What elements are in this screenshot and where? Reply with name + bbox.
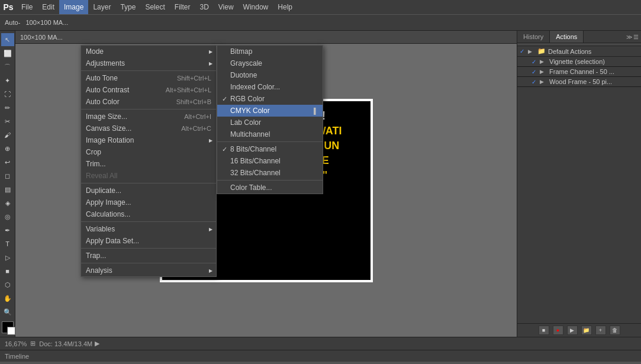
action-check-1: ✓: [532, 59, 540, 65]
menu-auto-contrast[interactable]: Auto Contrast Alt+Shift+Ctrl+L: [81, 84, 216, 96]
separator-4: [81, 221, 216, 222]
group-name: Default Actions: [548, 48, 591, 55]
canvas-area: 100×100 MA... HUHKAN SEGERA !!! KARYAWAN…: [15, 31, 517, 337]
mode-duotone[interactable]: Duotone: [217, 69, 323, 81]
menu-crop[interactable]: Crop: [81, 146, 216, 158]
background-color[interactable]: [7, 327, 15, 335]
mode-indexed-color[interactable]: Indexed Color...: [217, 81, 323, 93]
separator-2: [81, 109, 216, 109]
action-item-wood-frame[interactable]: ✓ ▶ Wood Frame - 50 pi...: [517, 77, 641, 87]
tool-eyedropper[interactable]: ✏: [1, 101, 14, 114]
delete-button[interactable]: 🗑: [610, 326, 620, 335]
mode-separator-2: [217, 180, 323, 181]
status-bar: 16,67% ⊞ Doc: 13.4M/13.4M ▶: [0, 337, 641, 350]
cursor-indicator: ▌: [314, 108, 318, 114]
menu-3d[interactable]: 3D: [195, 0, 213, 14]
tool-brush[interactable]: 🖌: [1, 128, 14, 141]
menu-adjustments[interactable]: Adjustments: [81, 57, 216, 69]
menu-window[interactable]: Window: [239, 0, 273, 14]
panel-action-buttons: ■ ● ▶ 📁 + 🗑: [517, 323, 641, 337]
mode-8bit[interactable]: ✓8 Bits/Channel: [217, 143, 323, 155]
menu-canvas-size[interactable]: Canvas Size... Alt+Ctrl+C: [81, 123, 216, 134]
menu-analysis[interactable]: Analysis: [81, 265, 216, 276]
menu-select[interactable]: Select: [140, 0, 169, 14]
panel-expand-icon[interactable]: ≫: [626, 34, 632, 40]
menu-calculations[interactable]: Calculations...: [81, 208, 216, 220]
action-item-frame-channel[interactable]: ✓ ▶ Frame Channel - 50 ...: [517, 67, 641, 77]
tool-zoom[interactable]: 🔍: [1, 305, 14, 318]
tool-clone[interactable]: ⊕: [1, 142, 14, 155]
action-item-vignette[interactable]: ✓ ▶ Vignette (selection): [517, 57, 641, 67]
menu-variables[interactable]: Variables: [81, 223, 216, 235]
menu-trap[interactable]: Trap...: [81, 250, 216, 262]
tool-marquee[interactable]: ⬜: [1, 47, 14, 60]
tool-move[interactable]: ↖: [1, 33, 14, 46]
auto-contrast-shortcut: Alt+Shift+Ctrl+L: [154, 86, 211, 94]
tool-type[interactable]: T: [1, 237, 14, 250]
menu-auto-tone[interactable]: Auto Tone Shift+Ctrl+L: [81, 72, 216, 84]
tab-history[interactable]: History: [517, 31, 550, 43]
right-panel: History Actions ≫ ☰ ✓ ▶ 📁 Default Action…: [517, 31, 641, 337]
tool-blur[interactable]: ◈: [1, 197, 14, 210]
tool-pen[interactable]: ✒: [1, 224, 14, 237]
menu-apply-data-set[interactable]: Apply Data Set...: [81, 235, 216, 247]
menu-trim[interactable]: Trim...: [81, 158, 216, 170]
menu-layer[interactable]: Layer: [88, 0, 115, 14]
tool-crop[interactable]: ⛶: [1, 88, 14, 101]
menu-edit[interactable]: Edit: [37, 0, 59, 14]
tool-patch[interactable]: ✂: [1, 115, 14, 128]
menu-apply-image[interactable]: Apply Image...: [81, 197, 216, 208]
panel-menu-icon[interactable]: ☰: [633, 34, 639, 40]
tool-path[interactable]: ▷: [1, 251, 14, 264]
tool-magic-wand[interactable]: ✦: [1, 74, 14, 87]
menu-type[interactable]: Type: [115, 0, 140, 14]
mode-32bit[interactable]: 32 Bits/Channel: [217, 167, 323, 179]
menu-help[interactable]: Help: [273, 0, 297, 14]
foreground-color[interactable]: [2, 321, 14, 333]
menu-image[interactable]: Image: [59, 0, 88, 14]
menu-image-size[interactable]: Image Size... Alt+Ctrl+I: [81, 111, 216, 123]
canvas-tab[interactable]: 100×100 MA...: [15, 31, 517, 44]
action-expand-3[interactable]: ▶: [540, 79, 547, 85]
mode-multichannel[interactable]: Multichannel: [217, 128, 323, 140]
menu-duplicate[interactable]: Duplicate...: [81, 185, 216, 197]
menu-view[interactable]: View: [214, 0, 239, 14]
menu-filter[interactable]: Filter: [170, 0, 195, 14]
action-expand-1[interactable]: ▶: [540, 59, 547, 65]
menu-auto-color[interactable]: Auto Color Shift+Ctrl+B: [81, 96, 216, 108]
mode-bitmap[interactable]: Bitmap: [217, 46, 323, 57]
new-set-button[interactable]: 📁: [581, 326, 592, 335]
action-expand-2[interactable]: ▶: [540, 69, 547, 75]
stop-button[interactable]: ■: [539, 326, 549, 335]
mode-rgb-color[interactable]: ✓RGB Color: [217, 93, 323, 105]
mode-cmyk-color[interactable]: CMYK Color ▌: [217, 105, 323, 117]
separator-5: [81, 248, 216, 249]
play-button[interactable]: ▶: [567, 326, 578, 335]
tool-shape[interactable]: ■: [1, 265, 14, 278]
app-icon: Ps: [0, 0, 17, 14]
tool-gradient[interactable]: ▤: [1, 183, 14, 196]
mode-lab-color[interactable]: Lab Color: [217, 117, 323, 128]
record-button[interactable]: ●: [553, 326, 563, 335]
mode-grayscale[interactable]: Grayscale: [217, 57, 323, 69]
menu-mode[interactable]: Mode: [81, 46, 216, 57]
mode-16bit[interactable]: 16 Bits/Channel: [217, 155, 323, 167]
tool-3d[interactable]: ⬡: [1, 278, 14, 291]
tab-actions[interactable]: Actions: [550, 31, 584, 43]
menu-file[interactable]: File: [17, 0, 37, 14]
timeline-bar: Timeline: [0, 350, 641, 362]
menu-image-rotation[interactable]: Image Rotation: [81, 134, 216, 146]
doc-info: Doc: 13.4M/13.4M: [39, 340, 92, 347]
group-expand[interactable]: ▶: [528, 49, 535, 54]
action-name-3: Wood Frame - 50 pi...: [549, 78, 612, 85]
tool-history-brush[interactable]: ↩: [1, 156, 14, 169]
mode-color-table[interactable]: Color Table...: [217, 182, 323, 194]
new-action-button[interactable]: +: [595, 326, 606, 335]
tool-hand[interactable]: ✋: [1, 292, 14, 305]
tool-lasso[interactable]: ⌒: [1, 60, 14, 73]
doc-arrow[interactable]: ▶: [95, 340, 99, 347]
tool-eraser[interactable]: ◻: [1, 169, 14, 182]
action-group-header[interactable]: ✓ ▶ 📁 Default Actions: [517, 46, 641, 57]
tool-dodge[interactable]: ◎: [1, 210, 14, 223]
action-check-3: ✓: [532, 79, 540, 85]
